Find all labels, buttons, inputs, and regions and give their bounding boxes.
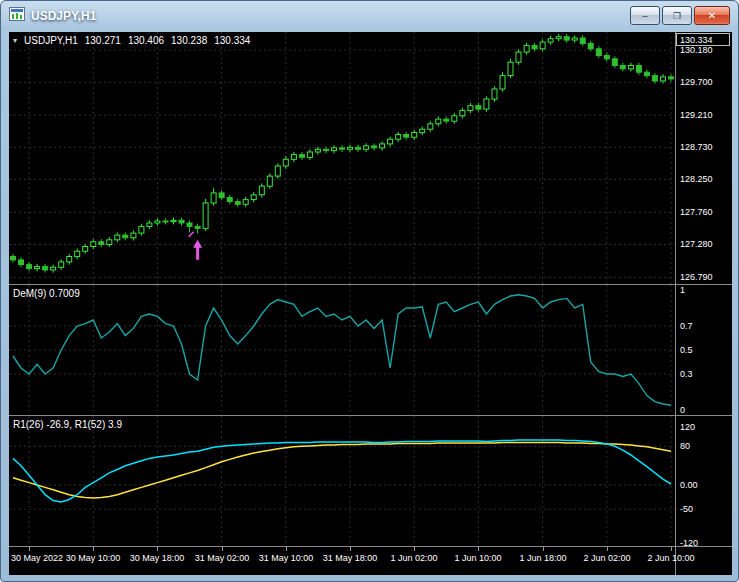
price-axis-label: 129.700: [680, 77, 713, 87]
dem-axis-label: 1: [680, 285, 685, 295]
r1-axis-label: 120: [680, 422, 695, 432]
r1-indicator-pane[interactable]: [9, 416, 675, 546]
price-axis-label: 126.790: [680, 272, 713, 282]
r1-axis-label: 0.00: [680, 480, 698, 490]
close-icon: ✕: [708, 10, 716, 21]
r1-axis-label: 80: [680, 441, 690, 451]
chart-window-icon: [9, 7, 25, 25]
minimize-icon: –: [642, 11, 647, 21]
price-axis-label: 128.250: [680, 174, 713, 184]
price-chart-pane[interactable]: [9, 32, 675, 284]
price-axis-separator: [675, 32, 676, 575]
window-controls: – ❐ ✕: [630, 6, 730, 25]
dem-axis-label: 0.7: [680, 321, 693, 331]
chart-client-area: ▾ USDJPY,H1 130.271 130.406 130.238 130.…: [9, 32, 732, 575]
restore-button[interactable]: ❐: [662, 6, 692, 25]
dem-axis-label: 0.3: [680, 369, 693, 379]
mt4-chart-window: USDJPY,H1 – ❐ ✕ ▾ USDJPY,H1 130.271 130.…: [0, 0, 739, 582]
r1-axis-label: -50: [680, 504, 693, 514]
info-high: 130.406: [128, 35, 164, 46]
info-open: 130.271: [85, 35, 121, 46]
close-button[interactable]: ✕: [694, 6, 730, 25]
price-axis-label: 128.730: [680, 142, 713, 152]
ohlc-info-line: ▾ USDJPY,H1 130.271 130.406 130.238 130.…: [13, 35, 250, 46]
price-axis-label: 130.180: [680, 45, 713, 55]
price-axis-label: 129.210: [680, 110, 713, 120]
current-price-box: 130.334: [676, 33, 730, 46]
time-axis[interactable]: [9, 547, 675, 575]
price-axis-label: 127.280: [680, 239, 713, 249]
dem-axis-label: 0: [680, 405, 685, 415]
demarker-label: DeM(9) 0.7009: [13, 288, 80, 299]
restore-icon: ❐: [673, 11, 681, 21]
title-bar[interactable]: USDJPY,H1 – ❐ ✕: [1, 1, 738, 31]
info-symbol: USDJPY,H1: [24, 35, 78, 46]
minimize-button[interactable]: –: [630, 6, 660, 25]
symbol-dropdown-icon[interactable]: ▾: [13, 36, 17, 45]
r1-label: R1(26) -26.9, R1(52) 3.9: [13, 419, 122, 430]
buy-arrow-marker: [193, 240, 202, 260]
window-title: USDJPY,H1: [31, 9, 96, 23]
price-axis-label: 127.760: [680, 207, 713, 217]
demarker-pane[interactable]: [9, 285, 675, 415]
info-low: 130.238: [171, 35, 207, 46]
dem-axis-label: 0.5: [680, 345, 693, 355]
info-close: 130.334: [214, 35, 250, 46]
